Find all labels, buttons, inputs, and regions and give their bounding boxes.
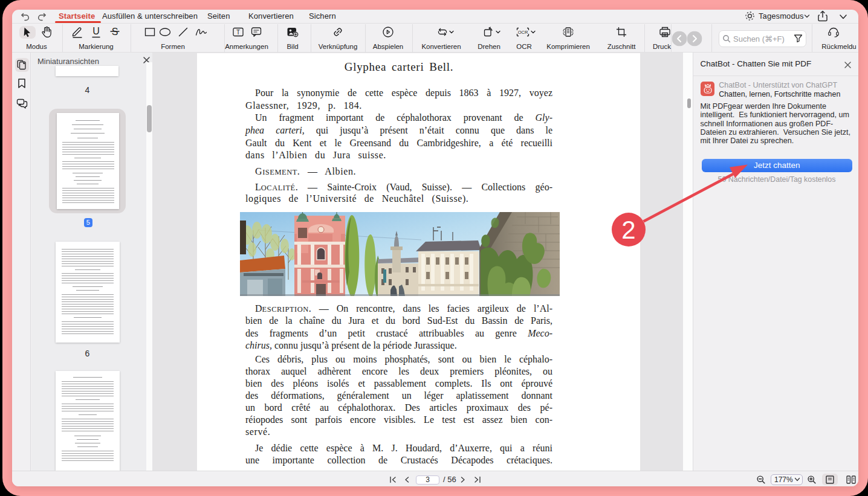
svg-text:2: 2 — [621, 216, 635, 244]
